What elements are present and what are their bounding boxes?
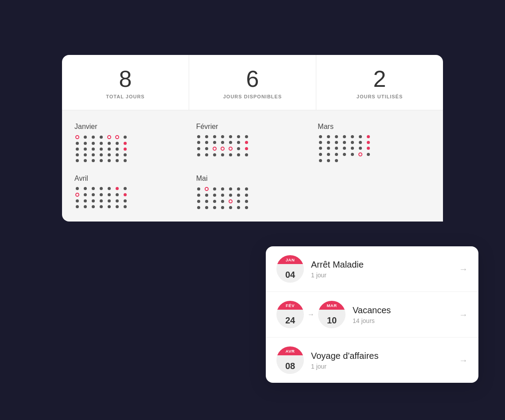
event-duration-arret: 1 jour xyxy=(311,272,452,279)
dot xyxy=(197,187,200,191)
dot xyxy=(221,135,224,138)
dot xyxy=(108,142,111,145)
event-day-08: 08 xyxy=(285,362,295,370)
dot xyxy=(100,148,103,151)
event-arrow-arret[interactable]: → xyxy=(459,264,468,274)
event-arret-maladie[interactable]: JAN 04 Arrêt Maladie 1 jour → xyxy=(266,246,478,292)
event-info-arret: Arrêt Maladie 1 jour xyxy=(311,260,452,279)
dot xyxy=(92,153,95,156)
dot xyxy=(92,142,95,145)
event-date-avr08: AVR 08 xyxy=(276,346,304,374)
dot xyxy=(124,187,127,190)
dot xyxy=(205,141,208,144)
event-voyage[interactable]: AVR 08 Voyage d'affaires 1 jour → xyxy=(266,338,478,383)
range-arrow-icon: → xyxy=(307,311,315,319)
dot xyxy=(197,200,200,203)
dot xyxy=(205,187,209,191)
dot xyxy=(197,206,200,209)
available-label: JOURS DISPONIBLES xyxy=(223,94,282,99)
dot xyxy=(76,199,79,202)
dot xyxy=(245,135,248,138)
dot xyxy=(205,194,208,197)
month-mai-label: Mai xyxy=(196,175,309,183)
dot xyxy=(100,159,103,162)
dot xyxy=(229,206,232,209)
dot xyxy=(124,205,127,208)
dot xyxy=(84,159,87,162)
event-duration-vacances: 14 jours xyxy=(353,317,452,324)
dot xyxy=(84,148,87,151)
dot xyxy=(84,187,87,190)
dot xyxy=(319,141,322,144)
dot xyxy=(116,205,119,208)
dot xyxy=(213,147,217,151)
dot xyxy=(221,206,224,209)
total-label: TOTAL JOURS xyxy=(106,94,144,99)
event-date-jan04: JAN 04 xyxy=(276,255,304,283)
month-mars: Mars xyxy=(318,123,431,162)
dot xyxy=(319,153,322,156)
dot xyxy=(351,135,354,138)
dot xyxy=(116,153,119,156)
dot xyxy=(359,147,362,150)
dot xyxy=(76,187,79,190)
month-janvier: Janvier xyxy=(74,123,187,162)
event-month-fev: FÉV xyxy=(276,301,304,310)
dot xyxy=(108,187,111,190)
dot xyxy=(197,141,200,144)
dot xyxy=(245,200,248,203)
event-info-voyage: Voyage d'affaires 1 jour xyxy=(311,351,452,370)
event-date-fev24: FÉV 24 xyxy=(276,301,304,328)
dot xyxy=(108,205,111,208)
event-arrow-voyage[interactable]: → xyxy=(459,355,468,366)
dot xyxy=(108,199,111,202)
dot xyxy=(319,147,322,150)
dot xyxy=(197,135,200,138)
dot xyxy=(108,153,111,156)
month-mai: Mai xyxy=(196,175,309,209)
dot xyxy=(213,135,216,138)
dot xyxy=(245,153,248,156)
dot xyxy=(213,200,216,203)
dot xyxy=(335,141,338,144)
event-month-jan: JAN xyxy=(276,255,304,264)
dot xyxy=(84,153,87,156)
dot xyxy=(124,159,127,162)
dot xyxy=(237,141,240,144)
dot xyxy=(335,153,338,156)
avril-dots xyxy=(74,187,187,208)
dot xyxy=(84,193,87,196)
dot xyxy=(327,135,330,138)
dot xyxy=(367,141,370,144)
dot xyxy=(229,135,232,138)
dot xyxy=(335,135,338,138)
stat-total: 8 TOTAL JOURS xyxy=(62,55,189,110)
dot xyxy=(359,135,362,138)
dot xyxy=(221,141,224,144)
dot xyxy=(100,193,103,196)
dot xyxy=(351,147,354,150)
calendar-bottom-row: Avril xyxy=(74,175,431,209)
dot xyxy=(319,135,322,138)
event-title-arret: Arrêt Maladie xyxy=(311,260,452,270)
month-janvier-label: Janvier xyxy=(74,123,187,131)
dot xyxy=(237,147,240,150)
dot xyxy=(213,194,216,197)
calendar-empty-col xyxy=(318,175,431,209)
dot xyxy=(124,136,127,139)
event-info-vacances: Vacances 14 jours xyxy=(353,305,452,324)
dot xyxy=(213,153,216,156)
dot xyxy=(221,153,224,156)
stats-card: 8 TOTAL JOURS 6 JOURS DISPONIBLES 2 JOUR… xyxy=(62,55,443,110)
event-arrow-vacances[interactable]: → xyxy=(459,310,468,320)
dot xyxy=(343,135,346,138)
dot xyxy=(116,199,119,202)
dot xyxy=(92,136,95,139)
dot xyxy=(359,141,362,144)
dot xyxy=(327,159,330,162)
dot xyxy=(115,135,119,139)
month-fevrier: Février xyxy=(196,123,309,162)
event-day-04: 04 xyxy=(285,270,295,279)
dot xyxy=(124,153,127,156)
event-vacances[interactable]: FÉV 24 → MAR 10 Vacances 14 jours → xyxy=(266,292,478,338)
